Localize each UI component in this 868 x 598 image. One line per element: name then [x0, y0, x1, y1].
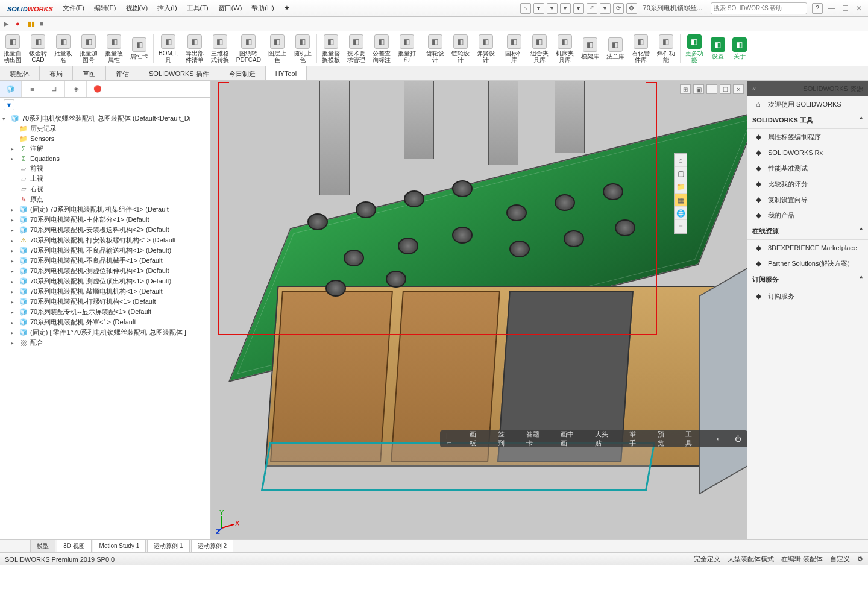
ribbon-批量自动出图[interactable]: ◧批量自 动出图: [0, 31, 25, 66]
sb-grid-icon[interactable]: ▦: [675, 194, 687, 207]
status-gear-icon[interactable]: ⚙: [857, 555, 863, 563]
task-back-icon[interactable]: «: [752, 85, 756, 92]
tree-item[interactable]: ↳原点: [0, 194, 210, 204]
ribbon-随机上色[interactable]: ◧随机上 色: [290, 31, 315, 66]
ribbon-石化管件库[interactable]: ◧石化管 件库: [628, 31, 653, 66]
tree-item[interactable]: ▱右视: [0, 184, 210, 194]
tree-item[interactable]: ▸Σ注解: [0, 143, 210, 154]
menu-编辑(E)[interactable]: 编辑(E): [89, 4, 121, 13]
overlay-签到[interactable]: 签到: [498, 430, 511, 448]
tree-item[interactable]: ▸🧊70系列电机装配机-打螺钉机构<1> (Default: [0, 297, 210, 307]
tree-item[interactable]: ▸🧊70系列电机装配机-安装板送料机构<2> (Default: [0, 225, 210, 235]
print-icon[interactable]: ▾: [573, 3, 584, 14]
ribbon-钣金转CAD[interactable]: ◧钣金转 CAD: [25, 31, 51, 66]
config-tab[interactable]: ⊞: [43, 81, 65, 97]
rp-online-item[interactable]: ◆3DEXPERIENCE Marketplace: [747, 240, 868, 256]
ribbon-图层上色[interactable]: ◧图层上 色: [265, 31, 290, 66]
menu-视图(V)[interactable]: 视图(V): [121, 4, 153, 13]
new-icon[interactable]: ▾: [533, 3, 544, 14]
display-tab[interactable]: ◈: [65, 81, 87, 97]
tree-item[interactable]: ▸🧊70系列装配专机--显示屏装配<1> (Default: [0, 307, 210, 317]
bottab-运动算例 1[interactable]: 运动算例 1: [147, 540, 189, 552]
bottab-Motion Study 1[interactable]: Motion Study 1: [93, 540, 146, 552]
feature-tree[interactable]: ▾🧊70系列电机锁螺丝装配机-总图装配体 (Default<Default_Di…: [0, 112, 210, 539]
menu-文件(F)[interactable]: 文件(F): [58, 4, 89, 13]
tree-item[interactable]: ▱前视: [0, 163, 210, 174]
cmdtab-SOLIDWORKS 插件[interactable]: SOLIDWORKS 插件: [139, 66, 219, 80]
overlay-画板[interactable]: 画板: [470, 430, 482, 448]
rp-tool-item[interactable]: ◆属性标签编制程序: [747, 129, 868, 145]
overlay-工具[interactable]: 工具: [685, 430, 698, 448]
ribbon-属性卡[interactable]: ◧属性卡: [127, 31, 152, 66]
tree-root[interactable]: ▾🧊70系列电机锁螺丝装配机-总图装配体 (Default<Default_Di: [0, 113, 210, 124]
feature-tree-tab[interactable]: 🧊: [0, 81, 22, 97]
rp-tool-item[interactable]: ◆我的产品: [747, 207, 868, 223]
menu-工具(T)[interactable]: 工具(T): [182, 4, 213, 13]
ribbon-法兰库[interactable]: ◧法兰库: [603, 31, 628, 66]
cmdtab-HYTool[interactable]: HYTool: [266, 66, 307, 80]
stop-icon[interactable]: ■: [40, 20, 48, 28]
tools-section-header[interactable]: SOLIDWORKS 工具˄: [747, 112, 868, 129]
property-tab[interactable]: ≡: [22, 81, 43, 97]
online-section-header[interactable]: 在线资源˄: [747, 223, 868, 240]
tree-item[interactable]: 📁Sensors: [0, 134, 210, 143]
ribbon-链轮设计[interactable]: ◧链轮设 计: [448, 31, 473, 66]
ribbon-批量替换模板[interactable]: ◧批量替 换模板: [318, 31, 344, 66]
subscription-section-header[interactable]: 订阅服务˄: [747, 271, 868, 288]
ribbon-模架库[interactable]: ◧模架库: [577, 31, 603, 66]
options-icon[interactable]: ⚙: [626, 3, 637, 14]
ribbon-组合夹具库[interactable]: ◧组合夹 具库: [527, 31, 552, 66]
vp-cascade-icon[interactable]: ▣: [693, 84, 704, 94]
ribbon-机床夹具库[interactable]: ◧机床夹 具库: [552, 31, 577, 66]
overlay-⇥[interactable]: ⇥: [714, 435, 719, 443]
cmdtab-评估[interactable]: 评估: [106, 66, 139, 80]
ribbon-齿轮设计[interactable]: ◧齿轮设 计: [423, 31, 448, 66]
ribbon-公差查询标注[interactable]: ◧公差查 询标注: [369, 31, 394, 66]
pause-icon[interactable]: ▮▮: [28, 20, 36, 28]
cmdtab-装配体[interactable]: 装配体: [0, 66, 40, 80]
orientation-triad[interactable]: X Y Z: [216, 510, 240, 534]
tree-mates[interactable]: ▸⛓配合: [0, 338, 210, 348]
vp-min-icon[interactable]: —: [706, 84, 717, 94]
ribbon-批量加图号[interactable]: ◧批量加 图号: [76, 31, 101, 66]
play-icon[interactable]: ▶: [4, 20, 12, 28]
menu-star-icon[interactable]: ★: [279, 4, 295, 12]
select-icon[interactable]: ▾: [600, 3, 611, 14]
max-button[interactable]: ☐: [838, 4, 852, 13]
ribbon-图纸转PDFCAD[interactable]: ◧图纸转 PDFCAD: [233, 31, 265, 66]
menu-插入(I)[interactable]: 插入(I): [153, 4, 181, 13]
ribbon-批量打印[interactable]: ◧批量打 印: [394, 31, 420, 66]
home-icon[interactable]: ⌂: [520, 3, 531, 14]
tree-item[interactable]: ▸🧊70系列电机装配机-外罩<1> (Default: [0, 317, 210, 327]
welcome-link[interactable]: ⌂欢迎使用 SOLIDWORKS: [747, 96, 868, 112]
overlay-答题卡[interactable]: 答题卡: [526, 430, 545, 448]
ribbon-国标件库[interactable]: ◧国标件 库: [502, 31, 527, 66]
tree-item[interactable]: ▸🧊(固定) [ 零件1^70系列电机锁螺丝装配机-总图装配体 ]: [0, 327, 210, 338]
ribbon-关于[interactable]: ◧关于: [729, 31, 750, 66]
tree-item[interactable]: ▸🧊70系列电机装配机-不良品机械手<1> (Default: [0, 256, 210, 266]
ribbon-BOM工具[interactable]: ◧BOM工 具: [155, 31, 182, 66]
ribbon-技术要求管理[interactable]: ◧技术要 求管理: [344, 31, 369, 66]
ribbon-批量改属性[interactable]: ◧批量改 属性: [101, 31, 127, 66]
menu-窗口(W)[interactable]: 窗口(W): [213, 4, 247, 13]
appearance-tab[interactable]: 🔴: [87, 81, 108, 97]
overlay-|←[interactable]: |←: [446, 432, 454, 446]
help-search-input[interactable]: [711, 2, 807, 14]
help-icon[interactable]: ?: [812, 3, 823, 14]
overlay-举手[interactable]: 举手: [629, 430, 642, 448]
sb-box-icon[interactable]: ▢: [675, 167, 687, 180]
rp-tool-item[interactable]: ◆性能基准测试: [747, 160, 868, 176]
tree-item[interactable]: ▸⚠70系列电机装配机-打安装板螺钉机构<1> (Default: [0, 235, 210, 245]
graphics-viewport[interactable]: ⊞ ▣ — ☐ ✕ ⌂ ▢ 📁 ▦ 🌐 ≡ X Y Z |←画板签到答题卡画中画…: [211, 81, 747, 539]
sb-more-icon[interactable]: ≡: [675, 220, 687, 233]
tree-item[interactable]: ▸ΣEquations: [0, 154, 210, 163]
open-icon[interactable]: ▾: [547, 3, 558, 14]
rebuild-icon[interactable]: ⟳: [613, 3, 624, 14]
ribbon-设置[interactable]: ◧设置: [707, 31, 729, 66]
overlay-⏻[interactable]: ⏻: [735, 435, 741, 442]
sb-globe-icon[interactable]: 🌐: [675, 207, 687, 220]
tree-item[interactable]: ▸🧊70系列电机装配机-主体部分<1> (Default: [0, 215, 210, 225]
ribbon-焊件功能[interactable]: ◧焊件功 能: [653, 31, 679, 66]
status-custom[interactable]: 自定义: [830, 555, 850, 564]
overlay-大头贴[interactable]: 大头贴: [595, 430, 614, 448]
